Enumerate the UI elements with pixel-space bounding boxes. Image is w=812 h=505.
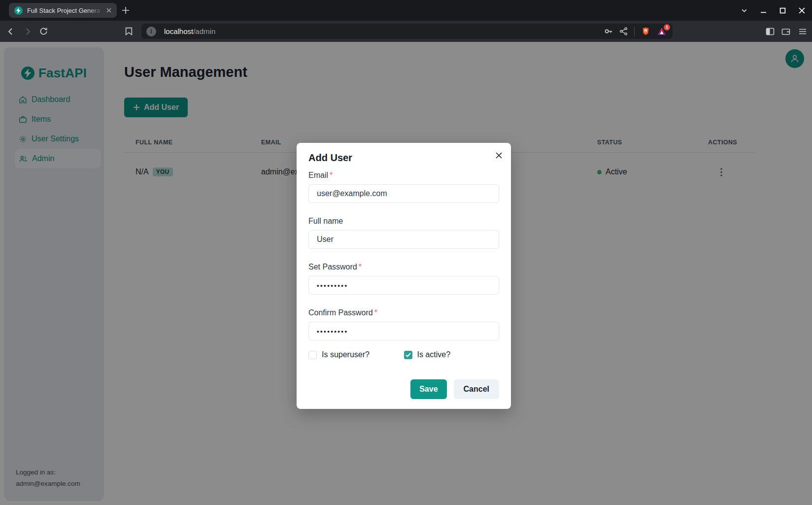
checkbox-unchecked-icon[interactable] <box>308 351 317 359</box>
tab-strip: Full Stack Project Genera <box>0 0 812 21</box>
forward-icon[interactable] <box>21 21 34 42</box>
set-password-field[interactable] <box>308 276 499 295</box>
browser-chrome: Full Stack Project Genera i <box>0 0 812 42</box>
is-superuser-label: Is superuser? <box>322 350 370 359</box>
tab-search-chevron-icon[interactable] <box>739 5 749 16</box>
email-label: Email* <box>308 171 499 180</box>
add-user-modal: Add User Email* Full name Set Password* … <box>297 143 511 409</box>
url-text[interactable]: localhost/admin <box>164 27 604 35</box>
divider <box>634 27 635 36</box>
browser-toolbar: i localhost/admin <box>0 21 812 42</box>
close-icon <box>496 152 502 159</box>
close-window-icon[interactable] <box>796 5 807 16</box>
maximize-icon[interactable] <box>777 5 788 16</box>
confirm-password-field-group: Confirm Password* <box>308 308 499 340</box>
email-field[interactable] <box>308 184 499 203</box>
full-name-label: Full name <box>308 217 499 226</box>
full-name-field-group: Full name <box>308 217 499 249</box>
menu-icon[interactable] <box>796 21 810 42</box>
window-controls <box>739 0 810 21</box>
checkbox-checked-icon[interactable] <box>404 351 412 359</box>
key-icon[interactable] <box>604 27 613 36</box>
is-superuser-checkbox[interactable]: Is superuser? <box>308 350 404 359</box>
bookmark-icon[interactable] <box>122 21 135 42</box>
modal-title: Add User <box>308 152 499 164</box>
minimize-icon[interactable] <box>758 5 769 16</box>
url-path: /admin <box>193 27 215 35</box>
rewards-badge: 1 <box>664 24 670 31</box>
browser-tab[interactable]: Full Stack Project Genera <box>9 3 117 18</box>
cancel-button[interactable]: Cancel <box>454 379 499 399</box>
sidebar-toggle-icon[interactable] <box>763 21 777 42</box>
admin-page: FastAPI Dashboard Items User Settings Ad… <box>0 42 812 505</box>
brave-shield-icon[interactable] <box>641 27 650 36</box>
fastapi-favicon-icon <box>14 6 23 15</box>
tab-title: Full Stack Project Genera <box>27 7 104 14</box>
wallet-icon[interactable] <box>779 21 793 42</box>
address-bar[interactable]: i localhost/admin <box>141 24 673 39</box>
share-icon[interactable] <box>619 27 628 35</box>
is-active-label: Is active? <box>417 350 451 359</box>
confirm-password-label: Confirm Password* <box>308 308 499 317</box>
modal-header: Add User <box>297 143 511 166</box>
required-marker: * <box>359 263 362 271</box>
required-marker: * <box>374 308 377 317</box>
email-field-group: Email* <box>308 171 499 203</box>
confirm-password-field[interactable] <box>308 322 499 340</box>
site-info-icon[interactable]: i <box>146 27 156 36</box>
required-marker: * <box>330 171 333 179</box>
url-host: localhost <box>164 27 193 35</box>
tab-close-icon[interactable] <box>104 6 113 15</box>
is-active-checkbox[interactable]: Is active? <box>404 350 500 359</box>
address-bar-actions: 1 <box>604 27 667 36</box>
checkbox-row: Is superuser? Is active? <box>308 350 499 359</box>
modal-body: Email* Full name Set Password* Confirm P… <box>297 166 511 359</box>
brave-rewards-icon[interactable]: 1 <box>657 27 667 36</box>
set-password-label: Set Password* <box>308 263 499 271</box>
new-tab-icon[interactable] <box>122 6 130 14</box>
modal-footer: Save Cancel <box>297 379 511 399</box>
full-name-field[interactable] <box>308 230 499 249</box>
save-button[interactable]: Save <box>410 379 446 399</box>
reload-icon[interactable] <box>36 21 50 42</box>
set-password-field-group: Set Password* <box>308 263 499 295</box>
back-icon[interactable] <box>4 21 18 42</box>
modal-close-button[interactable] <box>491 148 506 163</box>
